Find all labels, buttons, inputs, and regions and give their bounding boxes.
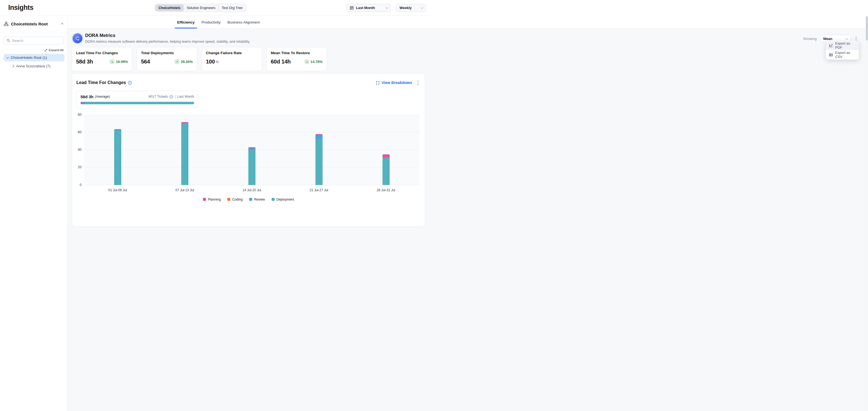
legend-swatch: [203, 198, 206, 201]
trend-value: 16.99%: [116, 60, 128, 64]
card-title: Lead Time For Changes: [76, 51, 128, 55]
lead-time-chart: 020406080: [75, 115, 420, 185]
org-tree-sidebar: ChoiceHotels Root Expand All ChoiceHotel…: [0, 16, 68, 205]
org-switcher: ChoiceHotelsSolution EngineersTest Org T…: [155, 4, 246, 12]
tab-efficiency[interactable]: Efficiency: [177, 16, 195, 29]
bar-07-jul-13-jul[interactable]: [181, 122, 188, 185]
card-value: 60d 14h: [271, 59, 290, 65]
y-tick-label: 80: [78, 113, 82, 116]
expand-all-button[interactable]: Expand All: [0, 48, 64, 52]
info-icon[interactable]: [169, 95, 173, 99]
org-tree: ChoiceHotels Root (1)Anna Scozzafava (7): [0, 54, 67, 70]
panel-title: Lead Time For Changes: [76, 80, 126, 85]
top-bar: Insights ChoiceHotelsSolution EngineersT…: [0, 0, 434, 16]
tab-productivity[interactable]: Productivity: [201, 16, 221, 29]
page-title: Insights: [8, 4, 33, 11]
legend-item-deployment[interactable]: Deployment: [272, 198, 294, 201]
tab-business-alignment[interactable]: Business Alignment: [227, 16, 260, 29]
x-tick-label: 14 Jul-20 Jul: [242, 188, 261, 192]
chart-legend: PlanningCodingReviewDeployment: [72, 198, 425, 201]
view-breakdown-label: View Breakdown: [381, 80, 412, 85]
y-tick-label: 0: [80, 183, 82, 187]
bar-01-jul-06-jul[interactable]: [114, 129, 121, 185]
chart-x-axis: 01 Jul-06 Jul07 Jul-13 Jul14 Jul-20 Jul2…: [84, 187, 420, 193]
collapse-chevron-icon[interactable]: [61, 23, 64, 26]
bar-14-jul-20-jul[interactable]: [248, 147, 255, 185]
tree-item[interactable]: Anna Scozzafava (7): [9, 62, 65, 70]
bar-28-jul-31-jul[interactable]: [382, 154, 390, 185]
chart-plot-area: [84, 115, 420, 185]
legend-item-review[interactable]: Review: [249, 198, 265, 201]
x-tick-label: 01 Jul-06 Jul: [108, 188, 127, 192]
trend-value: 39.26%: [181, 60, 193, 64]
sidebar-header[interactable]: ChoiceHotels Root: [0, 16, 67, 32]
card-value: 58d 3h: [76, 59, 93, 65]
search-icon: [6, 39, 10, 42]
granularity-select[interactable]: Weekly: [396, 4, 426, 12]
bar-segment-deployment: [382, 158, 390, 185]
lead-time-panel: Lead Time For Changes View Breakdown: [72, 73, 425, 205]
distribution-segment-deployment: [85, 102, 194, 104]
y-tick-label: 60: [78, 130, 82, 134]
tree-item-label: Anna Scozzafava (7): [16, 64, 51, 68]
x-tick-label: 07 Jul-13 Jul: [175, 188, 194, 192]
card-title: Mean Time To Restore: [271, 51, 322, 55]
average-summary-card: 58d 3h (Average) 8017 Tickets | Last Mon…: [76, 91, 198, 108]
metric-cards: Lead Time For Changes58d 3h↘16.99%Total …: [72, 47, 327, 71]
panel-kebab-menu-button[interactable]: [416, 79, 420, 86]
trend-down-icon: ↘: [110, 59, 115, 64]
chevron-down-icon: [385, 6, 388, 9]
y-tick-label: 40: [78, 148, 82, 151]
phase-distribution-bar: [81, 102, 194, 104]
dora-cycle-icon: [72, 33, 83, 43]
bar-segment-review: [315, 135, 322, 139]
y-tick-label: 20: [78, 165, 82, 169]
panel-title-row: Lead Time For Changes: [76, 80, 132, 85]
dora-header: DORA Metrics DORA metrics measure softwa…: [68, 29, 434, 43]
info-icon[interactable]: [128, 81, 132, 85]
chevron-down-icon[interactable]: [6, 56, 9, 59]
bar-segment-deployment: [181, 124, 188, 185]
bar-segment-deployment: [248, 150, 255, 185]
sidebar-search[interactable]: [4, 37, 64, 44]
date-range-select[interactable]: Last Month: [346, 4, 391, 12]
legend-label: Deployment: [277, 198, 294, 201]
content: DORA Metrics DORA metrics measure softwa…: [68, 29, 434, 205]
org-tab-solution-engineers[interactable]: Solution Engineers: [183, 4, 218, 11]
search-input[interactable]: [12, 39, 61, 43]
dora-description: DORA metrics measure software delivery p…: [85, 40, 434, 43]
trend-value: 14.78%: [311, 60, 322, 64]
metric-tabs: EfficiencyProductivityBusiness Alignment: [68, 16, 434, 29]
card-value: 564: [141, 59, 150, 65]
metric-card-change-failure-rate: Change Failure Rate100%: [202, 47, 262, 71]
card-unit: %: [216, 60, 218, 64]
org-tab-choicehotels[interactable]: ChoiceHotels: [156, 4, 183, 11]
expand-corners-icon: [376, 81, 379, 84]
tree-item[interactable]: ChoiceHotels Root (1): [4, 54, 65, 61]
dora-text: DORA Metrics DORA metrics measure softwa…: [85, 32, 434, 43]
chevron-right-icon[interactable]: [11, 65, 14, 68]
legend-label: Review: [254, 198, 265, 201]
legend-item-coding[interactable]: Coding: [227, 198, 243, 201]
main-area: EfficiencyProductivityBusiness Alignment…: [68, 16, 434, 205]
dora-title: DORA Metrics: [85, 33, 434, 38]
granularity-value: Weekly: [400, 6, 418, 10]
view-breakdown-button[interactable]: View Breakdown: [376, 80, 412, 85]
top-controls: Last Month Weekly: [346, 4, 426, 12]
legend-swatch: [272, 198, 275, 201]
legend-item-planning[interactable]: Planning: [203, 198, 221, 201]
chart-y-axis: 020406080: [75, 115, 84, 185]
date-range-value: Last Month: [356, 6, 383, 10]
expand-all-label: Expand All: [49, 48, 64, 52]
average-value: 58d 3h: [81, 94, 94, 99]
bar-21-jul-27-jul[interactable]: [315, 134, 322, 185]
org-tab-test-org-tree[interactable]: Test Org Tree: [218, 4, 246, 11]
sidebar-title: ChoiceHotels Root: [11, 22, 59, 26]
distribution-segment-planning: [81, 102, 83, 104]
bar-segment-deployment: [315, 139, 322, 185]
expand-all-icon: [44, 49, 48, 52]
x-tick-label: 21 Jul-27 Jul: [309, 188, 328, 192]
metric-card-total-deployments: Total Deployments564↗39.26%: [136, 47, 197, 71]
legend-label: Planning: [208, 198, 221, 201]
distribution-segment-review: [83, 102, 85, 104]
